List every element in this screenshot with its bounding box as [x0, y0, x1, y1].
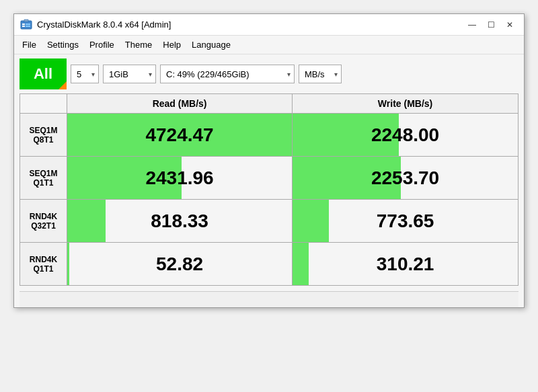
write-value-3: 310.21 — [293, 243, 518, 286]
app-icon — [20, 18, 33, 32]
menu-item-help[interactable]: Help — [157, 38, 186, 52]
read-text-0: 4724.47 — [67, 114, 292, 156]
svg-rect-2 — [22, 26, 25, 27]
write-text-1: 2253.70 — [293, 157, 518, 199]
read-text-3: 52.82 — [67, 243, 292, 285]
col-header-write: Write (MB/s) — [293, 94, 518, 114]
write-value-0: 2248.00 — [293, 114, 518, 157]
col-header-label — [20, 94, 67, 114]
menu-item-language[interactable]: Language — [186, 38, 236, 52]
size-select-wrapper: 1GiB 512MiB 256MiB ▾ — [103, 65, 156, 83]
unit-select[interactable]: MB/s GB/s — [299, 65, 342, 83]
write-value-1: 2253.70 — [293, 157, 518, 200]
table-row: SEQ1MQ1T12431.962253.70 — [20, 157, 518, 200]
results-content: Read (MB/s) Write (MB/s) SEQ1MQ8T14724.4… — [14, 93, 524, 291]
svg-rect-3 — [26, 24, 30, 25]
read-text-2: 818.33 — [67, 200, 292, 242]
status-bar — [20, 291, 518, 307]
all-button[interactable]: All — [20, 58, 67, 89]
row-label-0: SEQ1MQ8T1 — [20, 114, 67, 157]
title-left: CrystalDiskMark 8.0.4 x64 [Admin] — [20, 18, 171, 32]
title-bar: CrystalDiskMark 8.0.4 x64 [Admin] — ☐ ✕ — [14, 14, 524, 36]
menu-item-file[interactable]: File — [17, 38, 42, 52]
read-value-0: 4724.47 — [67, 114, 293, 157]
col-header-read: Read (MB/s) — [67, 94, 293, 114]
menu-bar: FileSettingsProfileThemeHelpLanguage — [14, 36, 524, 54]
read-text-1: 2431.96 — [67, 157, 292, 199]
svg-rect-1 — [22, 24, 25, 25]
row-label-3: RND4KQ1T1 — [20, 243, 67, 286]
drive-select-wrapper: C: 49% (229/465GiB) ▾ — [160, 65, 295, 83]
row-label-1: SEQ1MQ1T1 — [20, 157, 67, 200]
menu-item-settings[interactable]: Settings — [42, 38, 84, 52]
write-value-2: 773.65 — [293, 200, 518, 243]
drive-select[interactable]: C: 49% (229/465GiB) — [160, 65, 295, 83]
menu-item-profile[interactable]: Profile — [84, 38, 120, 52]
toolbar: All 5 1 3 ▾ 1GiB 512MiB 256MiB ▾ C: 49% … — [14, 54, 524, 93]
size-select[interactable]: 1GiB 512MiB 256MiB — [103, 65, 156, 83]
window-title: CrystalDiskMark 8.0.4 x64 [Admin] — [37, 19, 171, 30]
table-row: SEQ1MQ8T14724.472248.00 — [20, 114, 518, 157]
unit-select-wrapper: MB/s GB/s ▾ — [299, 65, 342, 83]
read-value-2: 818.33 — [67, 200, 293, 243]
runs-select-wrapper: 5 1 3 ▾ — [71, 65, 99, 83]
row-label-2: RND4KQ32T1 — [20, 200, 67, 243]
title-controls: — ☐ ✕ — [463, 18, 518, 32]
svg-rect-4 — [26, 26, 30, 27]
write-text-3: 310.21 — [293, 243, 518, 285]
minimize-button[interactable]: — — [463, 18, 481, 32]
menu-item-theme[interactable]: Theme — [120, 38, 157, 52]
runs-select[interactable]: 5 1 3 — [71, 65, 99, 83]
read-value-3: 52.82 — [67, 243, 293, 286]
write-text-0: 2248.00 — [293, 114, 518, 156]
write-text-2: 773.65 — [293, 200, 518, 242]
table-row: RND4KQ1T152.82310.21 — [20, 243, 518, 286]
results-table: Read (MB/s) Write (MB/s) SEQ1MQ8T14724.4… — [20, 93, 518, 286]
read-value-1: 2431.96 — [67, 157, 293, 200]
main-window: CrystalDiskMark 8.0.4 x64 [Admin] — ☐ ✕ … — [13, 13, 525, 308]
svg-rect-5 — [24, 19, 28, 22]
close-button[interactable]: ✕ — [501, 18, 518, 32]
table-row: RND4KQ32T1818.33773.65 — [20, 200, 518, 243]
maximize-button[interactable]: ☐ — [482, 18, 500, 32]
